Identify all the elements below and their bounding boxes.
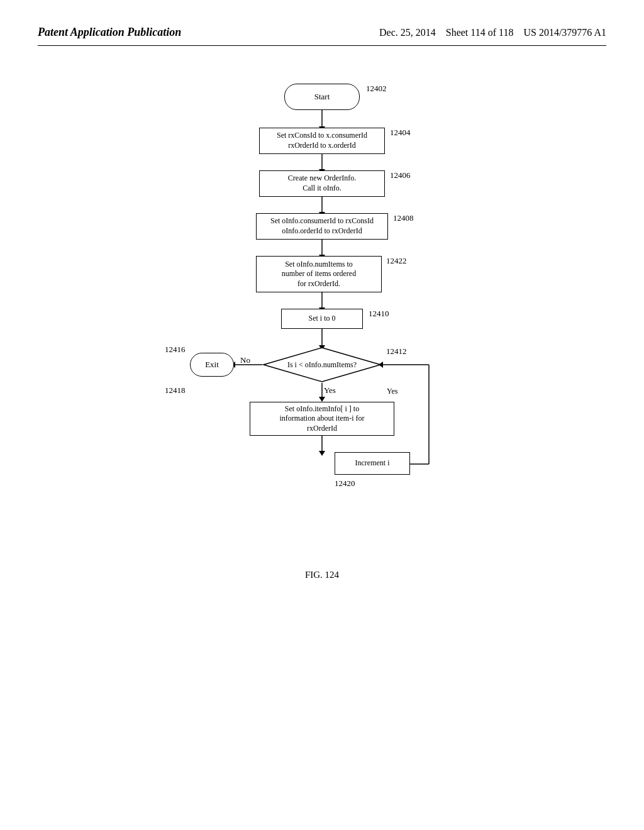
ref-increment: 12420	[335, 479, 355, 489]
fig-caption: FIG. 124	[158, 570, 486, 580]
patent-label: US 2014/379776 A1	[523, 27, 606, 38]
ref-12406: 12406	[390, 170, 411, 180]
diagram-container: Start 12402 Set rxConsId to x.consumerId…	[38, 71, 606, 562]
header-info: Dec. 25, 2014 Sheet 114 of 118 US 2014/3…	[379, 25, 606, 40]
ref-12408: 12408	[393, 213, 414, 223]
ref-12404: 12404	[390, 128, 411, 138]
ref-12418: 12418	[165, 385, 186, 396]
node-12408: Set oInfo.consumerId to rxConsId oInfo.o…	[256, 213, 388, 240]
ref-12402: 12402	[366, 84, 387, 94]
node-12418: Set oInfo.itemInfo[ i ] to information a…	[250, 402, 394, 436]
node-12410: Set i to 0	[281, 309, 363, 329]
ref-12422: 12422	[386, 256, 407, 266]
start-node: Start	[284, 84, 360, 110]
ref-12418-side: Yes	[387, 387, 397, 396]
ref-12410: 12410	[369, 309, 389, 319]
caption-text: FIG. 124	[305, 570, 339, 580]
node-increment: Increment i	[335, 452, 410, 475]
ref-12412: 12412	[386, 346, 407, 357]
publication-label: Patent Application Publication	[38, 26, 181, 38]
header-title: Patent Application Publication	[38, 25, 181, 40]
ref-exit: 12416	[165, 345, 186, 355]
flowchart: Start 12402 Set rxConsId to x.consumerId…	[158, 71, 486, 562]
node-12422: Set oInfo.numItems to number of items or…	[256, 256, 382, 292]
node-12412: Is i < oInfo.numItems?	[262, 346, 382, 383]
exit-node: Exit	[190, 353, 234, 377]
node-12404: Set rxConsId to x.consumerId rxOrderId t…	[259, 128, 385, 154]
no-label: No	[240, 355, 250, 365]
node-12406: Create new OrderInfo. Call it oInfo.	[259, 170, 385, 197]
page: Patent Application Publication Dec. 25, …	[0, 0, 644, 830]
yes-label: Yes	[324, 385, 336, 396]
svg-marker-15	[319, 451, 325, 456]
header-date: Dec. 25, 2014 Sheet 114 of 118 US 2014/3…	[379, 25, 606, 40]
sheet-label: Sheet 114 of 118	[446, 27, 514, 38]
svg-marker-13	[319, 397, 325, 402]
header: Patent Application Publication Dec. 25, …	[38, 25, 606, 46]
